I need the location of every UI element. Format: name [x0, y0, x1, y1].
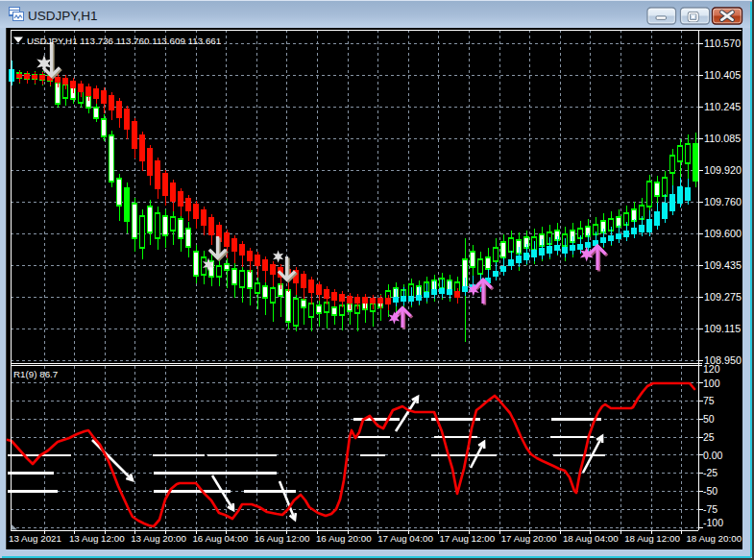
svg-text:-100: -100 — [703, 517, 723, 528]
svg-text:110.405: 110.405 — [704, 69, 741, 81]
svg-text:110.085: 110.085 — [704, 133, 741, 144]
svg-text:-25: -25 — [703, 467, 718, 478]
svg-text:USDJPY,H1 113.736 113.760 113: USDJPY,H1 113.736 113.760 113.609 113.66… — [27, 36, 221, 46]
svg-text:109.275: 109.275 — [704, 291, 742, 303]
svg-text:109.920: 109.920 — [704, 164, 742, 176]
svg-text:110.245: 110.245 — [704, 101, 741, 112]
svg-text:13 Aug 2021: 13 Aug 2021 — [9, 533, 61, 544]
svg-text:13 Aug 20:00: 13 Aug 20:00 — [131, 533, 186, 544]
svg-text:18 Aug 20:00: 18 Aug 20:00 — [686, 533, 742, 544]
svg-text:-50: -50 — [703, 485, 718, 497]
svg-text:17 Aug 04:00: 17 Aug 04:00 — [377, 533, 433, 544]
svg-text:13 Aug 12:00: 13 Aug 12:00 — [69, 533, 125, 544]
svg-text:R1(9) 86.7: R1(9) 86.7 — [13, 369, 58, 379]
svg-text:109.435: 109.435 — [704, 259, 742, 271]
svg-text:110.570: 110.570 — [704, 37, 741, 49]
svg-text:18 Aug 04:00: 18 Aug 04:00 — [563, 533, 619, 544]
svg-text:25: 25 — [703, 431, 715, 443]
svg-text:16 Aug 04:00: 16 Aug 04:00 — [192, 533, 248, 544]
svg-text:75: 75 — [703, 395, 715, 406]
svg-text:109.115: 109.115 — [704, 323, 741, 334]
svg-text:16 Aug 12:00: 16 Aug 12:00 — [255, 533, 310, 544]
svg-text:100: 100 — [703, 377, 720, 389]
svg-text:0.00: 0.00 — [703, 450, 723, 461]
svg-text:-75: -75 — [703, 503, 718, 515]
svg-text:109.760: 109.760 — [704, 196, 742, 207]
svg-text:16 Aug 20:00: 16 Aug 20:00 — [316, 533, 372, 544]
svg-text:109.600: 109.600 — [704, 228, 742, 239]
svg-text:17 Aug 12:00: 17 Aug 12:00 — [439, 533, 495, 544]
svg-text:18 Aug 12:00: 18 Aug 12:00 — [624, 533, 680, 544]
svg-text:120: 120 — [703, 363, 720, 375]
svg-text:17 Aug 20:00: 17 Aug 20:00 — [501, 533, 557, 544]
svg-text:50: 50 — [703, 413, 715, 425]
svg-text:USDJPY,H1: USDJPY,H1 — [28, 9, 98, 23]
